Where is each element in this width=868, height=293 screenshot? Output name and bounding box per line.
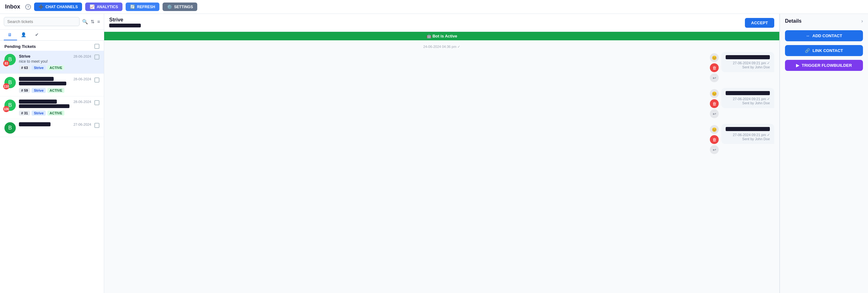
settings-button[interactable]: ⚙️ SETTINGS xyxy=(162,2,197,11)
ticket-date: 27-06-2024 xyxy=(73,122,91,126)
sidebar: 🔍 ⇅ ≡ 🖥 👤 ✔ Pending Tickets xyxy=(0,14,104,293)
tag-number: # 59 xyxy=(19,88,30,93)
chat-messages: 24-06-2024 04:36 pm ✓ 😊 🗑 ↩ 27-06-2024 0… xyxy=(104,40,779,293)
list-item[interactable]: B 110 28-06-2024 # 59 Strive ACT xyxy=(0,74,104,97)
pending-select-all[interactable] xyxy=(94,44,99,49)
settings-label: SETTINGS xyxy=(174,5,193,9)
chevron-right-icon[interactable]: › xyxy=(861,18,863,24)
chat-area: Strive ACCEPT 🤖 Bot is Active 24-06-2024… xyxy=(104,14,780,293)
ticket-date: 28-06-2024 xyxy=(73,77,91,81)
message-time: 27-06-2024 09:21 pm ✓ xyxy=(733,61,770,65)
refresh-icon: 🔄 xyxy=(130,4,135,9)
ticket-checkbox[interactable] xyxy=(94,123,99,128)
main-layout: 🔍 ⇅ ≡ 🖥 👤 ✔ Pending Tickets xyxy=(0,14,868,293)
search-input[interactable] xyxy=(4,17,80,26)
details-title: Details xyxy=(785,18,801,24)
add-contact-icon: ↔ xyxy=(806,33,810,38)
list-item[interactable]: B 27-06-2024 xyxy=(0,119,104,137)
ticket-name-redacted xyxy=(19,122,51,126)
ticket-date: 28-06-2024 xyxy=(73,100,91,104)
header: Inbox ? ➕ CHAT CHANNELS 📈 ANALYTICS 🔄 RE… xyxy=(0,0,868,14)
message-item: 😊 🗑 ↩ 27-06-2024 09:21 pm ✓ Sent by John… xyxy=(109,124,774,154)
ticket-row: 27-06-2024 xyxy=(19,122,91,126)
trigger-icon: ▶ xyxy=(796,63,799,68)
tab-inbox[interactable]: 🖥 xyxy=(4,30,17,40)
refresh-button[interactable]: 🔄 REFRESH xyxy=(126,2,159,11)
reply-button[interactable]: ↩ xyxy=(710,145,719,154)
details-panel: Details › ↔ ADD CONTACT 🔗 LINK CONTACT ▶… xyxy=(780,14,868,293)
message-bubble: 27-06-2024 09:21 pm ✓ Sent by John Doe xyxy=(721,124,774,144)
message-text-redacted xyxy=(726,55,770,59)
message-item: 😊 🗑 ↩ 27-06-2024 09:21 pm ✓ Sent by John… xyxy=(109,88,774,118)
list-item[interactable]: B 83 Strive 28-06-2024 nice to meet you!… xyxy=(0,51,104,74)
tab-contacts[interactable]: 👤 xyxy=(17,30,31,40)
ticket-checkbox[interactable] xyxy=(94,100,99,105)
avatar-icon: B xyxy=(8,125,12,131)
message-timestamp: 24-06-2024 04:36 pm ✓ xyxy=(109,45,774,49)
unread-badge: 83 xyxy=(3,60,9,67)
chat-channels-button[interactable]: ➕ CHAT CHANNELS xyxy=(34,2,82,11)
delete-button[interactable]: 🗑 xyxy=(710,99,719,108)
message-actions: 😊 🗑 ↩ xyxy=(710,89,719,118)
bot-banner: 🤖 Bot is Active xyxy=(104,32,779,40)
link-contact-button[interactable]: 🔗 LINK CONTACT xyxy=(785,45,863,56)
emoji-button[interactable]: 😊 xyxy=(710,89,719,98)
list-item[interactable]: B 106 28-06-2024 # 31 Strive ACT xyxy=(0,97,104,119)
tag-status: ACTIVE xyxy=(48,88,64,93)
filter-icon[interactable]: ≡ xyxy=(97,19,100,24)
tag-channel: Strive xyxy=(32,111,46,116)
tabs-bar: 🖥 👤 ✔ xyxy=(0,30,104,41)
chat-subtitle-redacted xyxy=(109,24,141,27)
add-contact-button[interactable]: ↔ ADD CONTACT xyxy=(785,30,863,41)
tag-number: # 31 xyxy=(19,111,30,116)
ticket-content: 27-06-2024 xyxy=(19,122,91,126)
sort-icon[interactable]: ⇅ xyxy=(91,19,95,25)
ticket-message: nice to meet you! xyxy=(19,59,91,64)
ticket-checkbox[interactable] xyxy=(94,54,99,60)
tab-done-icon: ✔ xyxy=(35,32,39,37)
emoji-button[interactable]: 😊 xyxy=(710,125,719,134)
delete-button[interactable]: 🗑 xyxy=(710,63,719,72)
ticket-content: 28-06-2024 # 59 Strive ACTIVE xyxy=(19,77,91,93)
pending-header: Pending Tickets xyxy=(0,41,104,51)
app-title: Inbox xyxy=(5,3,20,10)
search-bar: 🔍 ⇅ ≡ xyxy=(0,14,104,30)
link-contact-icon: 🔗 xyxy=(805,48,810,53)
ticket-list: B 83 Strive 28-06-2024 nice to meet you!… xyxy=(0,51,104,293)
ticket-name: Strive xyxy=(19,54,30,59)
trigger-flowbuilder-button[interactable]: ▶ TRIGGER FLOWBUILDER xyxy=(785,60,863,71)
ticket-checkbox[interactable] xyxy=(94,77,99,82)
avatar: B xyxy=(4,122,16,134)
analytics-button[interactable]: 📈 ANALYTICS xyxy=(85,2,122,11)
message-time: 27-06-2024 09:21 pm ✓ xyxy=(733,133,770,137)
ticket-name-redacted xyxy=(19,100,57,104)
pending-title: Pending Tickets xyxy=(4,44,36,49)
ticket-date: 28-06-2024 xyxy=(73,54,91,58)
tab-contacts-icon: 👤 xyxy=(21,32,26,37)
tag-status: ACTIVE xyxy=(48,65,64,70)
message-item: 😊 🗑 ↩ 27-06-2024 09:21 pm ✓ Sent by John… xyxy=(109,52,774,82)
tag-number: # 63 xyxy=(19,65,30,70)
delete-button[interactable]: 🗑 xyxy=(710,135,719,144)
emoji-button[interactable]: 😊 xyxy=(710,53,719,62)
tab-done[interactable]: ✔ xyxy=(31,30,44,40)
help-icon[interactable]: ? xyxy=(25,4,31,10)
message-sender: Sent by John Doe xyxy=(742,65,770,69)
chat-channels-icon: ➕ xyxy=(38,4,43,9)
search-icon[interactable]: 🔍 xyxy=(82,19,88,25)
link-contact-label: LINK CONTACT xyxy=(812,48,843,53)
message-text-redacted xyxy=(726,91,770,95)
unread-badge: 110 xyxy=(3,83,9,89)
reply-button[interactable]: ↩ xyxy=(710,73,719,82)
message-meta: 27-06-2024 09:21 pm ✓ Sent by John Doe xyxy=(726,133,770,141)
ticket-msg-redacted xyxy=(19,104,69,108)
tag-status: ACTIVE xyxy=(48,111,64,116)
ticket-content: Strive 28-06-2024 nice to meet you! # 63… xyxy=(19,54,91,70)
reply-button[interactable]: ↩ xyxy=(710,109,719,118)
message-sender: Sent by John Doe xyxy=(742,101,770,105)
analytics-label: ANALYTICS xyxy=(97,5,118,9)
accept-button[interactable]: ACCEPT xyxy=(745,18,774,28)
timestamp-text: 24-06-2024 04:36 pm ✓ xyxy=(423,45,460,49)
tag-channel: Strive xyxy=(32,88,46,93)
ticket-name-redacted xyxy=(19,77,54,81)
